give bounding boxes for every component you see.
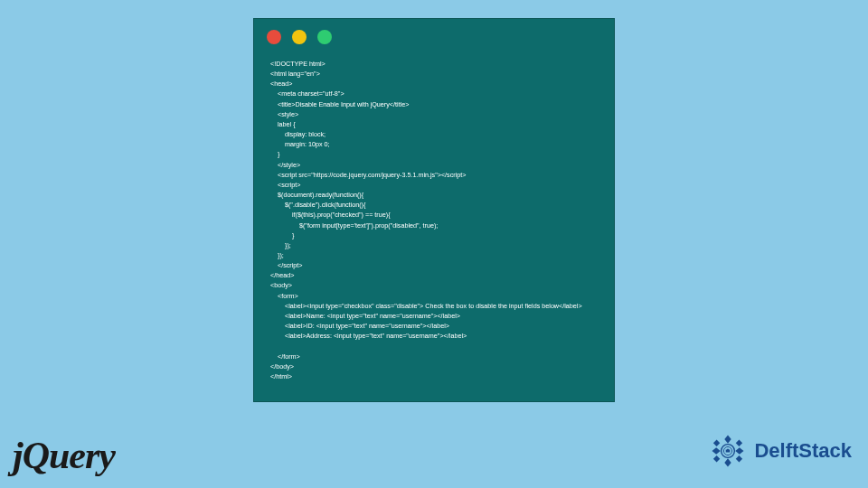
code-content: <!DOCTYPE html> <html lang="en"> <head> …	[254, 55, 614, 390]
maximize-icon	[317, 30, 332, 44]
delftstack-logo: DelftStack	[707, 430, 852, 472]
delftstack-emblem-icon	[707, 430, 749, 472]
code-window: <!DOCTYPE html> <html lang="en"> <head> …	[253, 18, 615, 402]
close-icon	[267, 30, 281, 44]
window-controls	[254, 19, 614, 55]
delftstack-text: DelftStack	[754, 439, 852, 463]
minimize-icon	[292, 30, 307, 44]
jquery-logo: jQuery	[13, 434, 115, 477]
